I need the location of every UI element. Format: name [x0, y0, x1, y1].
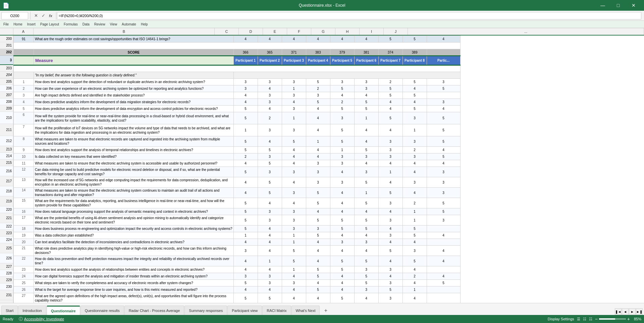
tab-whats-next[interactable]: What's Next: [291, 306, 320, 315]
table-row: 9 How does text analytics support the an…: [14, 147, 461, 153]
view-page-break-icon[interactable]: ☷: [589, 317, 592, 321]
ready-status: Ready: [3, 317, 13, 321]
display-settings-label[interactable]: Display Settings: [548, 317, 574, 321]
col-header-J[interactable]: J: [384, 28, 408, 35]
table-row: 17 What are the potential benefits of us…: [14, 215, 461, 225]
accessibility-icon: ⓘ: [19, 316, 23, 322]
col-header-E[interactable]: E: [263, 28, 287, 35]
ribbon-formulas[interactable]: Formulas: [62, 21, 80, 27]
status-bar: Ready ⓘ Accessibility: Investigate Displ…: [0, 315, 644, 323]
ribbon-automate[interactable]: Automate: [120, 21, 138, 27]
tab-scroll-right-last[interactable]: ►❚: [636, 308, 643, 315]
ribbon-data[interactable]: Data: [80, 21, 92, 27]
table-row: [14, 65, 461, 72]
col-header-G[interactable]: G: [311, 28, 335, 35]
table-row: 13 How will the increased use of 5G netw…: [14, 177, 461, 188]
insert-function-icon[interactable]: fx: [47, 12, 54, 19]
ribbon-review[interactable]: Review: [92, 21, 107, 27]
col-header-C[interactable]: C: [215, 28, 239, 35]
table-row: 21 What role does predictive analytics p…: [14, 246, 461, 256]
table-row: 12 Can data mining be used to build pred…: [14, 167, 461, 177]
formula-input[interactable]: [57, 12, 641, 19]
close-button[interactable]: ✕: [626, 0, 641, 11]
tab-summary-responses[interactable]: Summary responses: [184, 306, 227, 315]
table-row: 5 How does predictive analytics inform t…: [14, 106, 461, 112]
table-row: Measure Participant 1 Participant 2 Part…: [14, 56, 461, 65]
tab-scroll-left[interactable]: ◄: [622, 308, 629, 315]
zoom-in-button[interactable]: +: [627, 316, 630, 322]
tab-radar-chart[interactable]: Radar Chart - Process Average: [124, 306, 184, 315]
col-header-D[interactable]: D: [239, 28, 263, 35]
table-row: 19 Was a data collection plan establishe…: [14, 232, 461, 239]
spreadsheet-container: A B C D E F G H I J ... 200 201 202 3 20…: [0, 28, 644, 303]
table-row: 16 How does natural language processing …: [14, 208, 461, 215]
table-row: 26 What is the target for average respon…: [14, 286, 461, 293]
tabs-bar: Start Introduction Questionnaire Questio…: [0, 303, 644, 315]
tab-scroll-left-first[interactable]: ❚◄: [615, 308, 622, 315]
title-bar: 📄 Questionnaire.xlsx - Excel — □ ✕: [0, 0, 644, 11]
table-row: 14 What measures are taken to ensure tha…: [14, 188, 461, 198]
app-title: Questionnaire.xlsx - Excel: [299, 3, 345, 8]
tab-raci-matrix[interactable]: RACI Matrix: [262, 306, 291, 315]
table-row: 8 What measures are taken to ensure that…: [14, 136, 461, 147]
zoom-slider[interactable]: [599, 318, 626, 320]
col-header-A[interactable]: A: [13, 28, 34, 35]
corner-header: [0, 28, 13, 35]
table-row: 24 How can digital forensics support the…: [14, 273, 461, 280]
table-row: 25 What steps are taken to verify the co…: [14, 280, 461, 286]
view-normal-icon[interactable]: ☰: [577, 317, 580, 321]
zoom-out-button[interactable]: −: [595, 316, 598, 322]
col-header-B[interactable]: B: [34, 28, 215, 35]
zoom-control: − + 85%: [595, 316, 641, 322]
formula-divider2: [56, 12, 56, 20]
ribbon-page-layout[interactable]: Page Layout: [38, 21, 61, 27]
ribbon-insert[interactable]: Insert: [25, 21, 38, 27]
tab-start-label: Start: [6, 309, 13, 313]
table-row: 18 How does business process re-engineer…: [14, 225, 461, 232]
tab-radar-chart-label: Radar Chart - Process Average: [129, 309, 180, 313]
table-row: 2 How can the user experience of an elec…: [14, 85, 461, 92]
grid-content[interactable]: 91 What are the rough order estimates on…: [13, 36, 644, 303]
maximize-button[interactable]: □: [610, 0, 626, 11]
ribbon-help[interactable]: Help: [139, 21, 150, 27]
tab-scroll-right[interactable]: ►: [629, 308, 636, 315]
table-row: 11 What measures are taken to ensure tha…: [14, 160, 461, 167]
tab-questionnaire-results[interactable]: Questionnaire results: [80, 306, 124, 315]
col-header-F[interactable]: F: [287, 28, 311, 35]
table-row: 20 Can text analytics facilitate the det…: [14, 239, 461, 246]
name-box[interactable]: [1, 12, 28, 19]
tab-questionnaire-results-label: Questionnaire results: [85, 309, 120, 313]
col-header-rest[interactable]: ...: [408, 28, 644, 35]
confirm-formula-icon[interactable]: ✓: [40, 12, 47, 19]
table-row: 22 How do data loss prevention and theft…: [14, 256, 461, 266]
tab-introduction[interactable]: Introduction: [18, 306, 46, 315]
tab-summary-responses-label: Summary responses: [189, 309, 223, 313]
minimize-button[interactable]: —: [595, 0, 610, 11]
table-row: 1 How does text analytics support the de…: [14, 79, 461, 85]
table-row: 3 Are high impact defects defined and id…: [14, 92, 461, 99]
table-row: 6 How will the system provide for real-t…: [14, 112, 461, 124]
zoom-level: 85%: [631, 317, 641, 321]
ribbon-view[interactable]: View: [108, 21, 119, 27]
view-layout-icon[interactable]: ☷: [583, 317, 586, 321]
spreadsheet-table: 91 What are the rough order estimates on…: [13, 36, 461, 303]
col-header-H[interactable]: H: [335, 28, 360, 35]
tab-questionnaire-label: Questionnaire: [51, 309, 76, 313]
tab-questionnaire[interactable]: Questionnaire: [47, 306, 80, 315]
ribbon-file[interactable]: File: [1, 21, 11, 27]
col-header-I[interactable]: I: [360, 28, 384, 35]
table-row: 7 How will the proliferation of IoT devi…: [14, 124, 461, 136]
tab-participant-view[interactable]: Participant view: [227, 306, 262, 315]
formula-area: ✕ ✓ fx: [0, 11, 644, 21]
table-row: 27 What are the agreed upon definitions …: [14, 293, 461, 303]
ribbon: File Home Insert Page Layout Formulas Da…: [0, 21, 644, 28]
formula-divider: [30, 12, 31, 20]
accessibility-label[interactable]: Accessibility: Investigate: [24, 317, 64, 321]
add-sheet-button[interactable]: +: [321, 306, 330, 315]
ribbon-home[interactable]: Home: [11, 21, 24, 27]
cancel-formula-icon[interactable]: ✕: [33, 12, 39, 19]
table-row: 4 How does predictive analytics inform t…: [14, 99, 461, 106]
table-row: 15 What are the requirements for data an…: [14, 198, 461, 208]
tab-start[interactable]: Start: [1, 306, 18, 315]
table-row: [14, 43, 461, 49]
